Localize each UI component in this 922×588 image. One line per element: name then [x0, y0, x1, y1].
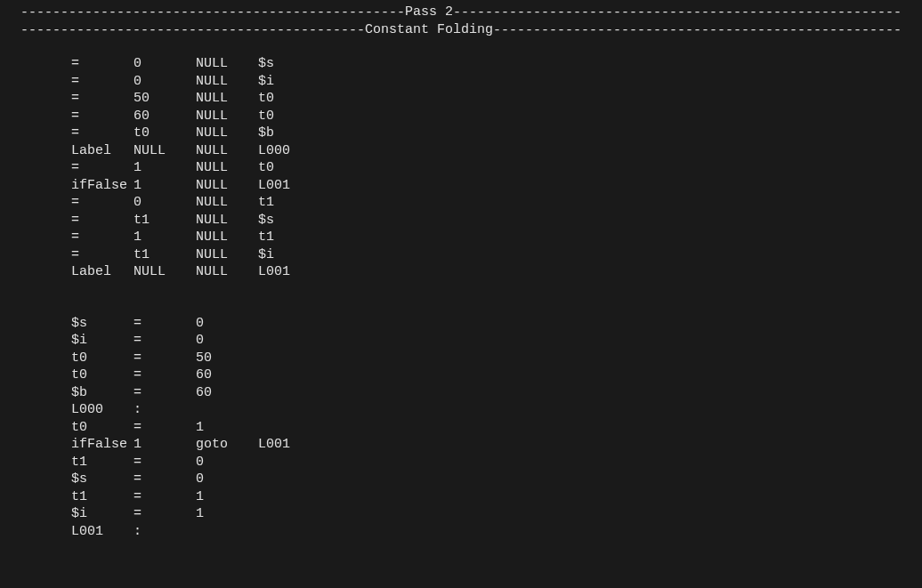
cell-c4: $s [258, 55, 320, 73]
table-row: =50NULLt0 [71, 90, 915, 108]
cell-c4: L001 [258, 177, 320, 195]
table-row: $i=1 [71, 505, 915, 523]
cell-c3: 60 [196, 366, 258, 384]
table-row: L001: [71, 523, 915, 541]
intermediate-code-table: =0NULL$s=0NULL$i=50NULLt0=60NULLt0=t0NUL… [7, 55, 915, 281]
cell-c3: NULL [196, 108, 258, 125]
cell-c2: 1 [133, 229, 196, 246]
cell-c1: = [71, 159, 133, 177]
table-row: =0NULL$i [71, 73, 915, 91]
cell-c4: t1 [258, 229, 320, 246]
cell-c2: 60 [133, 108, 196, 125]
transformed-code-table: $s=0$i=0t0=50t0=60$b=60L000:t0=1ifFalse1… [7, 315, 915, 541]
header-constant-folding: ----------------------------------------… [7, 21, 915, 39]
cell-c2: 0 [133, 194, 196, 212]
cell-c4: L001 [258, 436, 320, 454]
cell-c2: 1 [133, 436, 196, 454]
cell-c1: t0 [71, 350, 133, 367]
table-row: ifFalse1NULLL001 [71, 177, 915, 195]
cell-c3: NULL [196, 142, 258, 160]
cell-c2: 0 [133, 55, 196, 73]
cell-c2: 0 [133, 73, 196, 91]
table-row: $s=0 [71, 471, 915, 488]
table-row: $b=60 [71, 384, 915, 402]
cell-c2: = [133, 332, 196, 350]
cell-c1: t0 [71, 366, 133, 384]
cell-c1: L000 [71, 401, 133, 419]
cell-c2: NULL [133, 263, 196, 281]
cell-c1: $i [71, 505, 133, 523]
cell-c1: $b [71, 384, 133, 402]
cell-c3: 0 [196, 454, 258, 471]
cell-c2: : [133, 523, 196, 541]
cell-c3: 1 [196, 505, 258, 523]
table-row: $s=0 [71, 315, 915, 333]
cell-c3: 0 [196, 471, 258, 488]
cell-c3: NULL [196, 212, 258, 230]
cell-c2: = [133, 384, 196, 402]
cell-c1: = [71, 212, 133, 230]
table-row: t1=0 [71, 454, 915, 471]
cell-c3: NULL [196, 246, 258, 264]
cell-c1: L001 [71, 523, 133, 541]
cell-c3: 50 [196, 350, 258, 367]
cell-c1: ifFalse [71, 436, 133, 454]
dash-left: ----------------------------------------… [20, 5, 405, 20]
cell-c3: NULL [196, 229, 258, 246]
cell-c1: $s [71, 315, 133, 333]
cell-c2: NULL [133, 142, 196, 160]
cell-c3: goto [196, 436, 258, 454]
cell-c1: $s [71, 471, 133, 488]
cell-c4: $i [258, 246, 320, 264]
cell-c1: = [71, 108, 133, 125]
table-row: t0=50 [71, 350, 915, 367]
cell-c2: = [133, 419, 196, 437]
table-row: ifFalse1gotoL001 [71, 436, 915, 454]
cell-c1: Label [71, 263, 133, 281]
cell-c3: NULL [196, 73, 258, 91]
cell-c3: 60 [196, 384, 258, 402]
table-row: =0NULLt1 [71, 194, 915, 212]
table-row: LabelNULLNULLL000 [71, 142, 915, 160]
dash-right: ----------------------------------------… [453, 5, 902, 20]
cell-c3: 1 [196, 488, 258, 506]
cell-c2: 50 [133, 90, 196, 108]
cell-c4: t1 [258, 194, 320, 212]
table-row: =1NULLt0 [71, 159, 915, 177]
table-row: =t1NULL$i [71, 246, 915, 264]
cell-c1: = [71, 73, 133, 91]
cell-c2: t1 [133, 246, 196, 264]
table-row: =1NULLt1 [71, 229, 915, 246]
header-pass-text: Pass 2 [405, 4, 453, 21]
table-row: $i=0 [71, 332, 915, 350]
cell-c2: : [133, 401, 196, 419]
cell-c2: t1 [133, 212, 196, 230]
cell-c1: = [71, 125, 133, 142]
cell-c3: NULL [196, 159, 258, 177]
cell-c1: = [71, 194, 133, 212]
cell-c1: Label [71, 142, 133, 160]
cell-c3: NULL [196, 263, 258, 281]
table-row: t0=60 [71, 366, 915, 384]
cell-c2: = [133, 454, 196, 471]
cell-c1: = [71, 246, 133, 264]
cell-c4: t0 [258, 90, 320, 108]
cell-c3: 1 [196, 419, 258, 437]
cell-c1: t0 [71, 419, 133, 437]
header-pass: ----------------------------------------… [7, 4, 915, 21]
cell-c1: t1 [71, 454, 133, 471]
cell-c3: NULL [196, 125, 258, 142]
dash-right: ----------------------------------------… [493, 23, 902, 38]
cell-c4: $s [258, 212, 320, 230]
cell-c2: = [133, 315, 196, 333]
cell-c1: $i [71, 332, 133, 350]
table-row: =0NULL$s [71, 55, 915, 73]
dash-left: ----------------------------------------… [20, 23, 365, 38]
cell-c2: 1 [133, 159, 196, 177]
cell-c4: $i [258, 73, 320, 91]
cell-c2: = [133, 350, 196, 367]
cell-c4: L001 [258, 263, 320, 281]
table-row: =t1NULL$s [71, 212, 915, 230]
cell-c3: 0 [196, 315, 258, 333]
cell-c4: L000 [258, 142, 320, 160]
